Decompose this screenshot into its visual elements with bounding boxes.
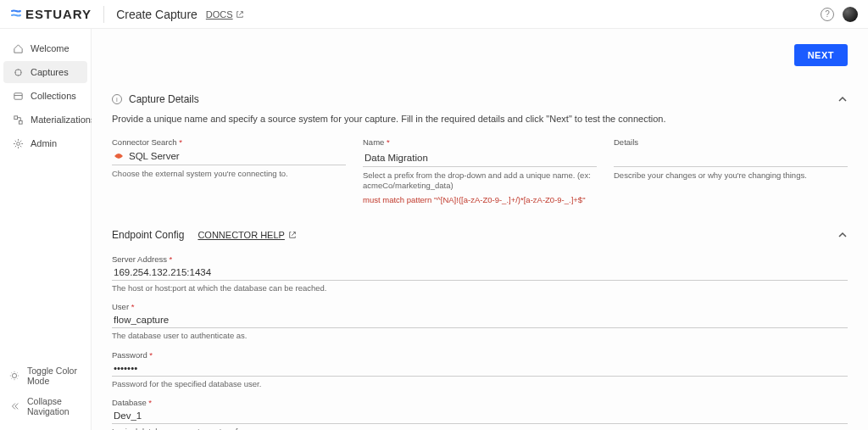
connector-help-label: CONNECTOR HELP <box>198 230 284 240</box>
info-icon: i <box>112 94 122 104</box>
connector-search-field: Connector Search * SQL Server Choose the… <box>112 137 346 205</box>
details-input[interactable] <box>614 149 848 167</box>
sidebar-item-admin[interactable]: Admin <box>3 132 87 154</box>
page-title: Create Capture <box>116 8 198 21</box>
sidebar-item-label: Materializations <box>31 114 95 125</box>
sidebar-item-label: Welcome <box>31 43 70 53</box>
user-field: User * The database user to authenticate… <box>112 300 848 341</box>
collapse-icon <box>8 400 20 412</box>
svg-rect-1 <box>14 115 17 119</box>
sidebar-item-captures[interactable]: Captures <box>3 61 87 83</box>
capture-details-description: Provide a unique name and specify a sour… <box>112 114 848 124</box>
endpoint-config-title: Endpoint Config <box>112 229 184 241</box>
collections-icon <box>12 90 24 102</box>
database-helper: Logical database name to capture from. <box>112 427 848 430</box>
sidebar-item-collections[interactable]: Collections <box>3 85 87 107</box>
connector-search-label: Connector Search * <box>112 137 346 147</box>
sun-icon <box>8 370 20 382</box>
help-icon[interactable]: ? <box>821 8 834 21</box>
password-label: Password * <box>112 350 153 360</box>
database-label: Database * <box>112 398 152 407</box>
capture-details-title: Capture Details <box>129 93 199 105</box>
main-content: NEXT i Capture Details Provide a unique … <box>92 29 868 430</box>
docs-link-label: DOCS <box>206 9 233 20</box>
external-link-icon <box>288 231 297 239</box>
password-input[interactable] <box>112 360 848 377</box>
toggle-color-label: Toggle Color Mode <box>27 366 82 386</box>
name-field: Name * Select a prefix from the drop-dow… <box>363 137 597 205</box>
avatar[interactable] <box>843 7 858 22</box>
sidebar-item-label: Collections <box>31 91 76 101</box>
capture-icon <box>12 66 24 78</box>
chevron-up-icon[interactable] <box>837 230 848 240</box>
gear-icon <box>12 137 24 149</box>
logo-mark-icon <box>10 8 22 20</box>
materializations-icon <box>12 114 24 126</box>
capture-details-header[interactable]: i Capture Details <box>112 93 848 105</box>
name-helper: Select a prefix from the drop-down and a… <box>363 170 597 192</box>
home-icon <box>12 42 24 54</box>
sidebar: Welcome Captures Collections Materializa… <box>0 29 92 430</box>
connector-search-helper: Choose the external system you're connec… <box>112 169 346 179</box>
server-address-label: Server Address * <box>112 254 172 264</box>
sidebar-item-label: Admin <box>31 138 57 148</box>
connector-help-link[interactable]: CONNECTOR HELP <box>198 230 296 240</box>
external-link-icon <box>236 10 244 19</box>
name-error: must match pattern "^[NA]!([a-zA-Z0-9-_.… <box>363 195 597 205</box>
details-label: Details <box>614 137 848 147</box>
toggle-color-mode[interactable]: Toggle Color Mode <box>0 360 91 391</box>
name-label: Name * <box>363 137 597 147</box>
next-button[interactable]: NEXT <box>794 44 848 66</box>
chevron-up-icon[interactable] <box>837 94 848 104</box>
details-helper: Describe your changes or why you're chan… <box>614 170 848 181</box>
svg-rect-0 <box>14 92 21 98</box>
password-helper: Password for the specified database user… <box>112 379 848 389</box>
collapse-nav-label: Collapse Navigation <box>27 396 82 416</box>
endpoint-config-header[interactable]: Endpoint Config CONNECTOR HELP <box>112 229 848 241</box>
sql-server-icon <box>114 151 124 161</box>
svg-point-4 <box>12 373 16 377</box>
database-input[interactable] <box>112 408 848 424</box>
brand-text: ESTUARY <box>25 7 92 21</box>
server-address-helper: The host or host:port at which the datab… <box>112 283 848 293</box>
database-field: Database * Logical database name to capt… <box>112 396 848 430</box>
docs-link[interactable]: DOCS <box>206 9 244 20</box>
sidebar-item-materializations[interactable]: Materializations <box>3 109 87 131</box>
topbar: ESTUARY Create Capture DOCS ? <box>0 0 868 29</box>
user-input[interactable] <box>112 312 848 328</box>
user-label: User * <box>112 302 134 311</box>
server-address-field: Server Address * The host or host:port a… <box>112 253 848 293</box>
divider <box>103 6 104 23</box>
svg-rect-2 <box>19 120 22 124</box>
logo[interactable]: ESTUARY <box>10 7 92 21</box>
sidebar-item-welcome[interactable]: Welcome <box>3 37 87 59</box>
details-field: Details Describe your changes or why you… <box>614 137 848 205</box>
server-address-input[interactable] <box>112 265 848 281</box>
sidebar-item-label: Captures <box>31 67 69 77</box>
svg-point-3 <box>16 142 19 145</box>
user-helper: The database user to authenticate as. <box>112 331 848 341</box>
password-field: Password * Password for the specified da… <box>112 349 848 389</box>
name-input[interactable] <box>363 149 597 167</box>
connector-search-input[interactable]: SQL Server <box>112 149 346 165</box>
collapse-navigation[interactable]: Collapse Navigation <box>0 391 91 422</box>
connector-search-value: SQL Server <box>129 151 180 161</box>
